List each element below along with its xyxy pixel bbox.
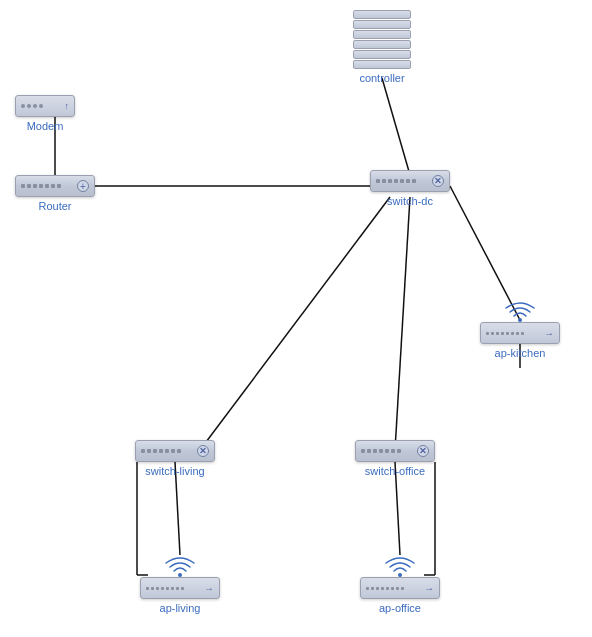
ap-office-wifi-icon bbox=[385, 555, 415, 577]
ap-office-label: ap-office bbox=[379, 602, 421, 614]
controller-icon bbox=[353, 10, 411, 69]
switch-office-device: ✕ switch-office bbox=[355, 440, 435, 477]
ap-kitchen-wifi-icon bbox=[505, 300, 535, 322]
network-diagram: ↑ Modem + Router c bbox=[0, 0, 592, 637]
ap-office-device: → ap-office bbox=[360, 555, 440, 614]
modem-device: ↑ Modem bbox=[15, 95, 75, 132]
modem-label: Modem bbox=[27, 120, 64, 132]
router-device: + Router bbox=[15, 175, 95, 212]
modem-symbol: ↑ bbox=[65, 101, 70, 111]
switch-office-icon: ✕ bbox=[355, 440, 435, 462]
svg-line-5 bbox=[395, 197, 410, 450]
switch-dc-device: ✕ switch-dc bbox=[370, 170, 450, 207]
ap-office-icon: → bbox=[360, 577, 440, 599]
switch-dc-label: switch-dc bbox=[387, 195, 433, 207]
controller-device: controller bbox=[353, 10, 411, 84]
ap-office-symbol: → bbox=[424, 583, 434, 594]
router-label: Router bbox=[38, 200, 71, 212]
router-symbol: + bbox=[77, 180, 89, 192]
ap-living-device: → ap-living bbox=[140, 555, 220, 614]
switch-living-icon: ✕ bbox=[135, 440, 215, 462]
svg-line-2 bbox=[382, 78, 410, 175]
switch-dc-symbol: ✕ bbox=[432, 175, 444, 187]
ap-kitchen-symbol: → bbox=[544, 328, 554, 339]
ap-living-symbol: → bbox=[204, 583, 214, 594]
switch-living-symbol: ✕ bbox=[197, 445, 209, 457]
switch-office-label: switch-office bbox=[365, 465, 425, 477]
ap-living-label: ap-living bbox=[160, 602, 201, 614]
controller-label: controller bbox=[359, 72, 404, 84]
switch-living-label: switch-living bbox=[145, 465, 204, 477]
router-icon: + bbox=[15, 175, 95, 197]
switch-living-device: ✕ switch-living bbox=[135, 440, 215, 477]
ap-kitchen-label: ap-kitchen bbox=[495, 347, 546, 359]
ap-living-icon: → bbox=[140, 577, 220, 599]
switch-dc-icon: ✕ bbox=[370, 170, 450, 192]
modem-icon: ↑ bbox=[15, 95, 75, 117]
ap-kitchen-device: → ap-kitchen bbox=[480, 300, 560, 359]
ap-kitchen-icon: → bbox=[480, 322, 560, 344]
ap-living-wifi-icon bbox=[165, 555, 195, 577]
svg-line-4 bbox=[200, 197, 390, 450]
switch-office-symbol: ✕ bbox=[417, 445, 429, 457]
